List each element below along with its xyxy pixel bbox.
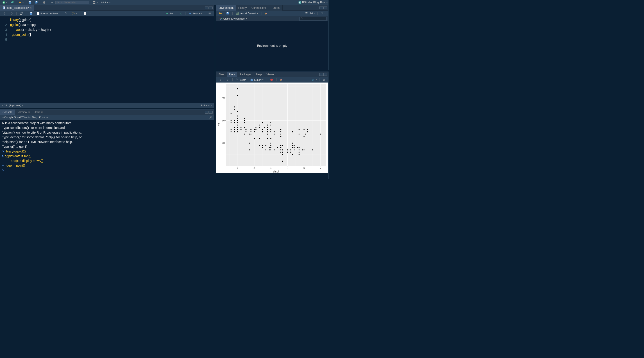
svg-rect-25 xyxy=(227,12,228,13)
tab-history[interactable]: History xyxy=(236,5,249,10)
prev-plot-button[interactable] xyxy=(218,78,223,82)
code-editor[interactable]: 12345 library(ggplot2) ggplot(data = mpg… xyxy=(0,16,214,103)
console-output[interactable]: R is a collaborative project with many c… xyxy=(0,120,214,179)
svg-rect-11 xyxy=(93,1,94,2)
tab-packages[interactable]: Packages xyxy=(237,72,254,77)
forward-button[interactable] xyxy=(9,11,15,15)
goto-button[interactable] xyxy=(49,0,55,4)
source-on-save-check[interactable]: Source on Save xyxy=(35,12,59,15)
goto-input[interactable] xyxy=(56,1,89,4)
minimize-button[interactable] xyxy=(205,111,208,114)
maximize-button[interactable] xyxy=(209,6,212,9)
find-button[interactable] xyxy=(63,11,69,15)
scope-label[interactable]: (Top Level) xyxy=(9,104,21,107)
tab-console[interactable]: Console xyxy=(0,110,15,115)
svg-point-131 xyxy=(274,134,275,135)
source-button[interactable]: Source ▾ xyxy=(187,11,204,15)
lang-label[interactable]: R Script xyxy=(201,104,210,107)
svg-rect-28 xyxy=(220,18,221,19)
tab-files[interactable]: Files xyxy=(216,72,226,77)
svg-point-144 xyxy=(282,152,283,153)
tab-terminal[interactable]: Terminal × xyxy=(15,110,32,115)
tab-tutorial[interactable]: Tutorial xyxy=(269,5,282,10)
refresh-plot-button[interactable] xyxy=(321,78,327,82)
svg-point-138 xyxy=(280,145,282,146)
maximize-button[interactable] xyxy=(323,73,327,76)
print-button[interactable] xyxy=(41,0,47,4)
svg-rect-13 xyxy=(93,2,94,3)
outline-button[interactable] xyxy=(207,11,212,15)
list-view-button[interactable]: List ▾ xyxy=(304,11,316,15)
save-source-button[interactable] xyxy=(28,11,34,15)
close-tab-icon[interactable]: × xyxy=(30,6,32,9)
clear-plots-button[interactable] xyxy=(278,78,284,82)
source-tab[interactable]: R code_examples.R* × xyxy=(0,5,34,10)
env-search[interactable] xyxy=(300,17,326,21)
svg-point-111 xyxy=(266,145,266,146)
svg-point-79 xyxy=(237,129,238,130)
svg-point-115 xyxy=(267,129,268,130)
minimize-button[interactable] xyxy=(205,6,208,9)
tab-connections[interactable]: Connections xyxy=(249,5,269,10)
svg-rect-4 xyxy=(29,1,30,2)
clear-console-icon[interactable] xyxy=(209,116,212,119)
minimize-button[interactable] xyxy=(319,6,323,9)
export-button[interactable]: Export ▾ xyxy=(249,78,265,82)
svg-text:5: 5 xyxy=(287,167,288,169)
save-all-button[interactable] xyxy=(33,0,39,4)
open-file-button[interactable]: ▾ xyxy=(17,0,25,4)
svg-point-71 xyxy=(237,95,238,96)
run-button[interactable]: Run xyxy=(164,11,176,15)
svg-point-118 xyxy=(267,138,268,139)
new-file-button[interactable]: ▾ xyxy=(1,0,9,4)
rerun-button[interactable] xyxy=(178,11,184,15)
svg-point-163 xyxy=(298,149,300,151)
svg-point-110 xyxy=(264,127,265,128)
svg-point-157 xyxy=(294,147,295,148)
show-in-new-window-button[interactable] xyxy=(18,11,24,15)
tab-help[interactable]: Help xyxy=(254,72,264,77)
publish-plot-button[interactable]: ▾ xyxy=(310,78,318,82)
svg-point-143 xyxy=(282,149,283,151)
plot-canvas: 234567203040displhwy xyxy=(216,83,328,173)
svg-point-60 xyxy=(230,122,232,124)
panes-button[interactable]: ▾ xyxy=(91,0,99,4)
compile-report-button[interactable] xyxy=(82,11,88,15)
tab-jobs[interactable]: Jobs × xyxy=(32,110,45,115)
svg-point-126 xyxy=(270,143,272,144)
load-workspace-button[interactable] xyxy=(218,11,223,15)
clear-env-button[interactable] xyxy=(263,11,269,15)
addins-button[interactable]: Addins ▾ xyxy=(100,0,112,4)
save-button[interactable] xyxy=(27,0,33,4)
next-plot-button[interactable] xyxy=(225,78,230,82)
tab-plots[interactable]: Plots xyxy=(226,72,237,77)
import-dataset-button[interactable]: Import Dataset ▾ xyxy=(234,11,260,15)
svg-point-134 xyxy=(280,129,282,130)
svg-point-150 xyxy=(290,152,292,153)
svg-point-63 xyxy=(234,106,235,108)
refresh-env-button[interactable]: ▾ xyxy=(319,11,327,15)
svg-point-164 xyxy=(298,152,300,153)
minimize-button[interactable] xyxy=(319,73,323,76)
zoom-button[interactable]: Zoom xyxy=(234,78,248,82)
maximize-button[interactable] xyxy=(323,6,327,9)
svg-point-170 xyxy=(305,134,306,135)
svg-point-64 xyxy=(234,109,235,110)
new-project-button[interactable] xyxy=(9,0,15,4)
remove-plot-button[interactable] xyxy=(269,78,274,82)
project-menu[interactable]: R RStudio_Blog_Post ▾ xyxy=(298,1,328,4)
goto-wd-icon[interactable] xyxy=(46,116,49,119)
tab-viewer[interactable]: Viewer xyxy=(264,72,277,77)
save-workspace-button[interactable] xyxy=(225,11,230,15)
maximize-button[interactable] xyxy=(209,111,212,114)
tab-environment[interactable]: Environment xyxy=(216,5,236,10)
back-button[interactable] xyxy=(2,11,8,15)
source-pane: R code_examples.R* × Source on Save xyxy=(0,5,214,108)
svg-point-136 xyxy=(280,134,282,135)
source-tabbar: R code_examples.R* × xyxy=(0,5,214,10)
svg-rect-26 xyxy=(236,12,239,14)
svg-point-95 xyxy=(250,134,252,135)
svg-text:R: R xyxy=(3,7,4,9)
code-tools-button[interactable]: ▾ xyxy=(70,11,78,15)
scope-selector[interactable]: Global Environment ▾ xyxy=(218,17,248,21)
